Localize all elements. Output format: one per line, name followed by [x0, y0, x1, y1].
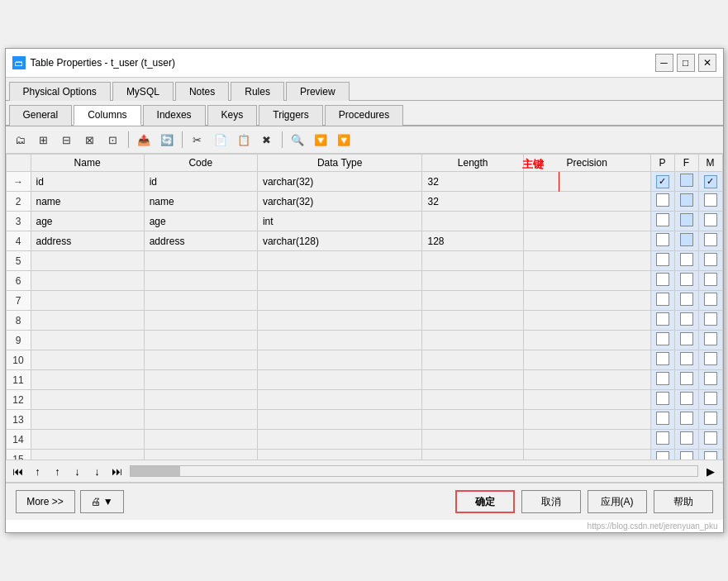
- cell-primary-key[interactable]: [650, 192, 674, 212]
- cell-code[interactable]: [144, 331, 257, 350]
- cell-mandatory[interactable]: [698, 271, 722, 291]
- cell-length[interactable]: [422, 350, 523, 370]
- cell-mandatory[interactable]: [698, 430, 722, 450]
- toolbar-export-btn[interactable]: 📤: [134, 130, 154, 150]
- checkbox-p[interactable]: [656, 175, 669, 188]
- apply-button[interactable]: 应用(A): [588, 490, 647, 513]
- hscroll-right-btn[interactable]: ▶: [702, 462, 720, 480]
- toolbar-icon-1[interactable]: 🗂: [11, 130, 31, 150]
- minimize-button[interactable]: ─: [655, 54, 673, 72]
- cell-code[interactable]: address: [144, 231, 257, 251]
- checkbox-m[interactable]: [704, 233, 717, 246]
- cell-name[interactable]: [31, 251, 144, 271]
- cell-primary-key[interactable]: [650, 450, 674, 460]
- cell-mandatory[interactable]: [698, 192, 722, 212]
- checkbox-m[interactable]: [704, 175, 717, 188]
- checkbox-p[interactable]: [656, 293, 669, 306]
- cell-mandatory[interactable]: [698, 231, 722, 251]
- checkbox-m[interactable]: [704, 312, 717, 326]
- cell-foreign-key[interactable]: [674, 430, 698, 450]
- cell-foreign-key[interactable]: [674, 331, 698, 350]
- cell-datatype[interactable]: [257, 410, 422, 430]
- cell-code[interactable]: name: [144, 192, 257, 212]
- cell-name[interactable]: age: [31, 212, 144, 231]
- toolbar-paste-btn[interactable]: 📋: [234, 130, 254, 150]
- cell-foreign-key[interactable]: [674, 172, 698, 192]
- cell-foreign-key[interactable]: [674, 231, 698, 251]
- cell-datatype[interactable]: varchar(32): [257, 172, 422, 192]
- checkbox-f[interactable]: [680, 352, 693, 365]
- tab-indexes[interactable]: Indexes: [143, 105, 206, 126]
- cell-length[interactable]: [422, 450, 523, 460]
- cell-foreign-key[interactable]: [674, 192, 698, 212]
- cell-precision[interactable]: [523, 192, 650, 212]
- tab-columns[interactable]: Columns: [74, 105, 140, 126]
- cell-foreign-key[interactable]: [674, 390, 698, 410]
- checkbox-p[interactable]: [656, 273, 669, 286]
- cell-code[interactable]: [144, 450, 257, 460]
- checkbox-p[interactable]: [656, 193, 669, 207]
- checkbox-m[interactable]: [704, 193, 717, 207]
- cell-precision[interactable]: [523, 331, 650, 350]
- cell-code[interactable]: [144, 251, 257, 271]
- cell-name[interactable]: [31, 331, 144, 350]
- cell-precision[interactable]: [523, 212, 650, 231]
- cell-datatype[interactable]: [257, 271, 422, 291]
- cell-code[interactable]: [144, 370, 257, 390]
- print-button[interactable]: 🖨 ▼: [80, 490, 124, 513]
- cell-primary-key[interactable]: [650, 311, 674, 331]
- cell-datatype[interactable]: [257, 291, 422, 311]
- cell-precision[interactable]: [523, 350, 650, 370]
- cell-code[interactable]: [144, 271, 257, 291]
- cell-length[interactable]: [422, 390, 523, 410]
- checkbox-p[interactable]: [656, 451, 669, 460]
- checkbox-m[interactable]: [704, 332, 717, 345]
- checkbox-m[interactable]: [704, 253, 717, 266]
- cell-primary-key[interactable]: [650, 331, 674, 350]
- checkbox-p[interactable]: [656, 392, 669, 405]
- more-button[interactable]: More >>: [16, 490, 75, 513]
- nav-up-btn[interactable]: ↑: [29, 462, 47, 480]
- cell-mandatory[interactable]: [698, 311, 722, 331]
- cell-code[interactable]: [144, 430, 257, 450]
- cell-primary-key[interactable]: [650, 271, 674, 291]
- cell-datatype[interactable]: int: [257, 212, 422, 231]
- cell-primary-key[interactable]: [650, 291, 674, 311]
- tab-procedures[interactable]: Procedures: [325, 105, 403, 126]
- checkbox-m[interactable]: [704, 352, 717, 365]
- cell-precision[interactable]: [523, 450, 650, 460]
- checkbox-p[interactable]: [656, 431, 669, 445]
- checkbox-f[interactable]: [680, 412, 693, 425]
- cell-primary-key[interactable]: [650, 410, 674, 430]
- cell-mandatory[interactable]: [698, 291, 722, 311]
- cell-datatype[interactable]: varchar(128): [257, 231, 422, 251]
- cell-length[interactable]: [422, 311, 523, 331]
- toolbar-icon-4[interactable]: ⊠: [80, 130, 100, 150]
- cell-name[interactable]: [31, 350, 144, 370]
- cell-name[interactable]: [31, 410, 144, 430]
- cell-length[interactable]: 32: [422, 192, 523, 212]
- checkbox-p[interactable]: [656, 352, 669, 365]
- cell-mandatory[interactable]: [698, 331, 722, 350]
- toolbar-icon-2[interactable]: ⊞: [34, 130, 54, 150]
- checkbox-p[interactable]: [656, 372, 669, 385]
- cell-foreign-key[interactable]: [674, 271, 698, 291]
- table-container[interactable]: Name Code Data Type Length Precision P F…: [6, 154, 723, 460]
- cell-code[interactable]: [144, 291, 257, 311]
- checkbox-m[interactable]: [704, 293, 717, 306]
- toolbar-icon-5[interactable]: ⊡: [103, 130, 123, 150]
- checkbox-m[interactable]: [704, 273, 717, 286]
- checkbox-f[interactable]: [680, 174, 693, 187]
- checkbox-m[interactable]: [704, 431, 717, 445]
- cell-foreign-key[interactable]: [674, 350, 698, 370]
- toolbar-copy-btn[interactable]: 📄: [211, 130, 231, 150]
- cell-length[interactable]: [422, 212, 523, 231]
- checkbox-f[interactable]: [680, 193, 693, 207]
- cell-datatype[interactable]: [257, 370, 422, 390]
- cell-foreign-key[interactable]: [674, 311, 698, 331]
- cell-mandatory[interactable]: [698, 350, 722, 370]
- toolbar-refresh-btn[interactable]: 🔄: [157, 130, 177, 150]
- cell-primary-key[interactable]: [650, 212, 674, 231]
- cell-code[interactable]: [144, 390, 257, 410]
- checkbox-m[interactable]: [704, 412, 717, 425]
